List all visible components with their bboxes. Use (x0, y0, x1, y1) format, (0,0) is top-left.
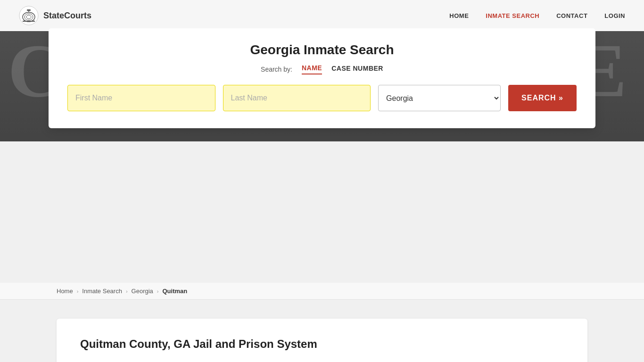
search-card-title: Georgia Inmate Search (67, 42, 577, 58)
search-inputs-row: Georgia SEARCH » (67, 85, 577, 111)
last-name-input[interactable] (223, 85, 371, 111)
nav-home[interactable]: HOME (449, 12, 469, 19)
logo-text: StateCourts (43, 11, 91, 21)
search-button[interactable]: SEARCH » (508, 85, 577, 111)
breadcrumb-home[interactable]: Home (57, 288, 73, 295)
state-select[interactable]: Georgia (378, 85, 501, 111)
svg-point-0 (19, 6, 38, 25)
header: COURTHOUSE StateCourts HOME INMATE SEARC… (0, 0, 644, 141)
breadcrumb-sep-2: › (126, 288, 128, 294)
search-by-row: Search by: NAME CASE NUMBER (67, 64, 577, 74)
description-text: QUITMAN County has 1 jails with an avera… (80, 360, 564, 362)
breadcrumb-georgia[interactable]: Georgia (132, 288, 153, 295)
logo-icon (19, 6, 39, 25)
svg-rect-5 (27, 9, 31, 11)
content-card: Quitman County, GA Jail and Prison Syste… (57, 319, 587, 362)
breadcrumb-current: Quitman (163, 288, 188, 295)
breadcrumb-sep-1: › (77, 288, 79, 294)
breadcrumb: Home › Inmate Search › Georgia › Quitman (0, 283, 644, 300)
nav-links: HOME INMATE SEARCH CONTACT LOGIN (449, 11, 625, 20)
section-title: Quitman County, GA Jail and Prison Syste… (80, 337, 564, 351)
logo-link[interactable]: StateCourts (19, 6, 91, 25)
nav-contact[interactable]: CONTACT (556, 12, 587, 19)
breadcrumb-inmate-search[interactable]: Inmate Search (82, 288, 122, 295)
nav-login[interactable]: LOGIN (604, 12, 625, 19)
search-card: Georgia Inmate Search Search by: NAME CA… (49, 28, 595, 128)
navigation: StateCourts HOME INMATE SEARCH CONTACT L… (0, 0, 644, 31)
breadcrumb-sep-3: › (157, 288, 159, 294)
first-name-input[interactable] (67, 85, 215, 111)
search-by-label: Search by: (261, 66, 292, 73)
tab-name[interactable]: NAME (302, 64, 322, 74)
nav-inmate-search[interactable]: INMATE SEARCH (486, 12, 539, 19)
tab-case-number[interactable]: CASE NUMBER (331, 65, 383, 74)
main-content: Quitman County, GA Jail and Prison Syste… (0, 300, 644, 362)
